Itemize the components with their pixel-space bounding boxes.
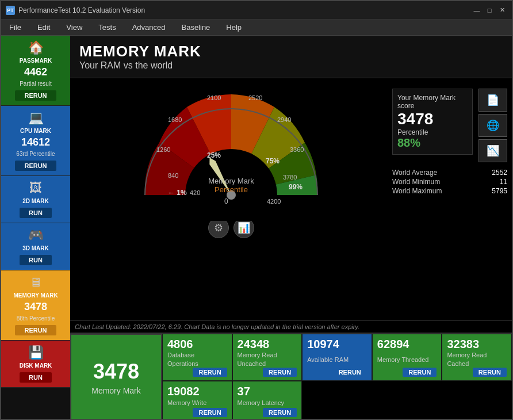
result-label-3: Memory Threaded bbox=[377, 356, 437, 364]
globe-icon-btn[interactable]: 🌐 bbox=[478, 114, 507, 137]
score-icons: 📄 🌐 📉 bbox=[478, 89, 507, 162]
sidebar-btn-cpu[interactable]: RERUN bbox=[15, 161, 56, 171]
result-main-score: 3478 bbox=[93, 360, 139, 384]
gauge-label-2940: 2940 bbox=[277, 116, 291, 123]
sidebar-btn-3d[interactable]: RUN bbox=[20, 255, 52, 265]
window-controls: — □ ✕ bbox=[472, 5, 507, 16]
world-max-label: World Maximum bbox=[392, 187, 442, 195]
results-area: 3478Memory Mark4806Database OperationsRE… bbox=[70, 333, 512, 420]
menu-item-view[interactable]: View bbox=[58, 20, 90, 35]
result-card-r2-1: 19082Memory WriteRERUN bbox=[162, 381, 232, 420]
result-label-r2-1: Memory Write bbox=[167, 399, 227, 407]
gauge-pct-25: 25% bbox=[207, 151, 221, 159]
cpu-icon: 💻 bbox=[28, 110, 44, 125]
menu-item-edit[interactable]: Edit bbox=[29, 20, 58, 35]
result-score-1: 24348 bbox=[238, 338, 297, 351]
sidebar-label-cpu: CPU MARK bbox=[20, 128, 51, 134]
sidebar-btn-passmark[interactable]: RERUN bbox=[15, 90, 56, 101]
sidebar-label-3d: 3D MARK bbox=[22, 245, 49, 251]
result-score-r2-1: 19082 bbox=[167, 385, 227, 398]
page-title: MEMORY MARK bbox=[79, 43, 503, 60]
sidebar-item-2d[interactable]: 🖼2D MARKRUN bbox=[1, 176, 70, 223]
sidebar-label-disk: DISK MARK bbox=[20, 362, 52, 369]
world-stats: World Average 2552 World Minimum 11 Worl… bbox=[392, 166, 507, 198]
save-icon-btn[interactable]: 📄 bbox=[478, 89, 507, 112]
sidebar-item-3d[interactable]: 🎮3D MARKRUN bbox=[1, 223, 70, 270]
result-rerun-btn-r2-1[interactable]: RERUN bbox=[193, 408, 227, 417]
passmark-icon: 🏠 bbox=[28, 40, 44, 55]
sidebar-item-cpu[interactable]: 💻CPU MARK1461263rd PercentileRERUN bbox=[1, 106, 70, 176]
minimize-button[interactable]: — bbox=[472, 5, 482, 16]
window-title: PerformanceTest 10.2 Evaluation Version bbox=[18, 6, 472, 14]
sidebar: 🏠PASSMARK4462Partial resultRERUN💻CPU MAR… bbox=[1, 36, 70, 420]
menu-item-help[interactable]: Help bbox=[218, 20, 250, 35]
chart-area: 0 420 840 1260 1680 2100 2520 bbox=[70, 78, 512, 320]
menu-item-file[interactable]: File bbox=[1, 20, 29, 35]
result-rerun-btn-2[interactable]: RERUN bbox=[333, 368, 367, 377]
percentile-value: 88% bbox=[397, 136, 468, 150]
score-value: 3478 bbox=[397, 110, 468, 128]
sidebar-sub-memory: 88th Percentile bbox=[17, 315, 55, 322]
world-avg-label: World Average bbox=[392, 169, 437, 177]
result-label-0: Database Operations bbox=[167, 351, 227, 368]
main-layout: 🏠PASSMARK4462Partial resultRERUN💻CPU MAR… bbox=[1, 36, 512, 420]
score-main-card: Your Memory Mark score 3478 Percentile 8… bbox=[392, 89, 473, 155]
sidebar-label-passmark: PASSMARK bbox=[20, 58, 52, 64]
sidebar-sub-passmark: Partial result bbox=[20, 81, 52, 87]
result-rerun-btn-r2-0[interactable]: RERUN bbox=[473, 368, 507, 377]
sidebar-item-memory[interactable]: 🖥MEMORY MARK347888th PercentileRERUN bbox=[1, 270, 70, 341]
result-label-2: Available RAM bbox=[307, 356, 367, 364]
result-rerun-btn-3[interactable]: RERUN bbox=[403, 368, 437, 377]
sidebar-item-passmark[interactable]: 🏠PASSMARK4462Partial resultRERUN bbox=[1, 36, 70, 106]
sidebar-btn-memory[interactable]: RERUN bbox=[15, 325, 56, 335]
result-card-1: 24348Memory Read UncachedRERUN bbox=[232, 334, 303, 381]
app-icon: PT bbox=[6, 6, 15, 15]
result-card-r2-2: 37Memory LatencyRERUN bbox=[232, 381, 303, 420]
gauge-svg: 0 420 840 1260 1680 2100 2520 bbox=[122, 83, 340, 221]
gauge-label-4200: 4200 bbox=[267, 198, 281, 205]
world-max-value: 5795 bbox=[492, 187, 507, 195]
sidebar-btn-2d[interactable]: RUN bbox=[20, 208, 52, 218]
maximize-button[interactable]: □ bbox=[484, 5, 495, 16]
result-card-0: 4806Database OperationsRERUN bbox=[162, 334, 232, 381]
result-rerun-btn-r2-2[interactable]: RERUN bbox=[263, 408, 297, 417]
result-card-r2-0: 32383Memory Read CachedRERUN bbox=[442, 334, 512, 381]
chart-notice: Chart Last Updated: 2022/07/22, 6:29. Ch… bbox=[70, 320, 512, 333]
sidebar-score-memory: 3478 bbox=[24, 301, 47, 313]
disk-icon: 💾 bbox=[28, 345, 44, 360]
3d-icon: 🎮 bbox=[28, 228, 44, 243]
gauge-label-2100: 2100 bbox=[207, 94, 221, 101]
result-card-3: 62894Memory ThreadedRERUN bbox=[372, 334, 442, 381]
titlebar: PT PerformanceTest 10.2 Evaluation Versi… bbox=[1, 1, 512, 20]
result-rerun-btn-0[interactable]: RERUN bbox=[193, 368, 227, 377]
gauge-container: 0 420 840 1260 1680 2100 2520 bbox=[75, 83, 388, 316]
result-main-card: 3478Memory Mark bbox=[70, 334, 162, 420]
history-icon-btn[interactable]: 📉 bbox=[478, 139, 507, 162]
score-label: Your Memory Mark score bbox=[397, 94, 468, 110]
result-main-label: Memory Mark bbox=[91, 386, 141, 395]
result-rerun-btn-1[interactable]: RERUN bbox=[263, 368, 297, 377]
menu-item-advanced[interactable]: Advanced bbox=[124, 20, 174, 35]
gauge-pct-99: 99% bbox=[289, 183, 303, 191]
menu-item-tests[interactable]: Tests bbox=[90, 20, 124, 35]
gauge-label-840: 840 bbox=[168, 172, 178, 179]
gauge-label-2520: 2520 bbox=[248, 94, 262, 101]
gauge-label-3360: 3360 bbox=[290, 146, 304, 153]
result-score-r2-2: 37 bbox=[238, 385, 297, 398]
result-score-0: 4806 bbox=[167, 338, 227, 351]
close-button[interactable]: ✕ bbox=[497, 5, 507, 16]
gauge-pct-1: ← 1% bbox=[168, 189, 187, 197]
score-panel: Your Memory Mark score 3478 Percentile 8… bbox=[392, 83, 507, 316]
result-card-2: 10974Available RAMRERUN bbox=[302, 334, 372, 381]
world-avg-value: 2552 bbox=[492, 169, 507, 177]
content-area: MEMORY MARK Your RAM vs the world bbox=[70, 36, 512, 420]
results-grid: 3478Memory Mark4806Database OperationsRE… bbox=[70, 334, 512, 420]
sidebar-item-disk[interactable]: 💾DISK MARKRUN bbox=[1, 341, 70, 388]
menu-item-baseline[interactable]: Baseline bbox=[173, 20, 218, 35]
world-min-row: World Minimum 11 bbox=[392, 177, 507, 186]
sidebar-btn-disk[interactable]: RUN bbox=[20, 372, 52, 383]
result-label-1: Memory Read Uncached bbox=[238, 351, 297, 368]
gauge-label-1260: 1260 bbox=[156, 146, 170, 153]
page-subtitle: Your RAM vs the world bbox=[79, 60, 503, 71]
world-max-row: World Maximum 5795 bbox=[392, 186, 507, 196]
